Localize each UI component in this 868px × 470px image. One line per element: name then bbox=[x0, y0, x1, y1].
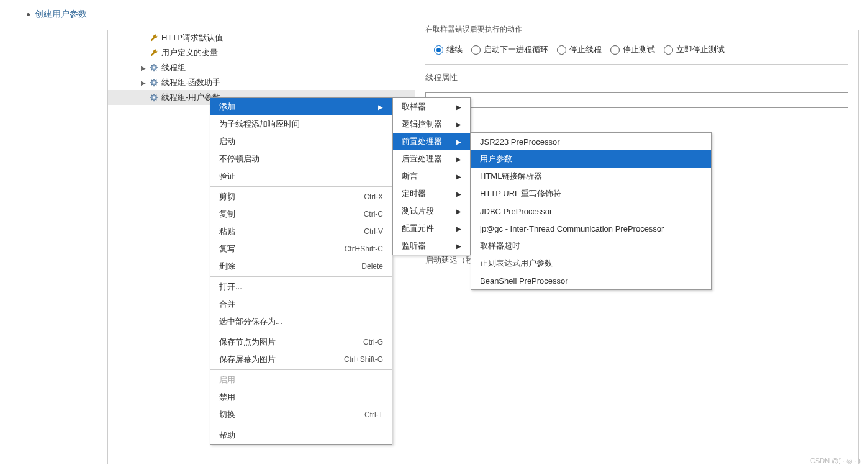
tree-label: 线程组-函数助手 bbox=[161, 77, 220, 88]
context-menu-item-0[interactable]: 添加▶ bbox=[210, 98, 392, 115]
radio-icon bbox=[664, 45, 673, 55]
radio-option-1[interactable]: 启动下一进程循环 bbox=[471, 44, 548, 55]
preproc-submenu-item-0[interactable]: JSR223 PreProcessor bbox=[471, 133, 711, 150]
context-menu-item-17[interactable]: 保存屏幕为图片Ctrl+Shift-G bbox=[210, 351, 392, 368]
tree-item-3[interactable]: ▶线程组-函数助手 bbox=[108, 75, 415, 90]
menu-item-label: 逻辑控制器 bbox=[402, 119, 442, 130]
menu-item-label: 取样器超时 bbox=[480, 240, 520, 251]
context-menu-item-8[interactable]: 粘贴Ctrl-V bbox=[210, 223, 392, 240]
context-menu-item-13[interactable]: 合并 bbox=[210, 296, 392, 313]
add-submenu-item-3[interactable]: 后置处理器▶ bbox=[393, 150, 470, 168]
preproc-submenu-item-6[interactable]: 取样器超时 bbox=[471, 237, 711, 255]
menu-item-label: 帮助 bbox=[219, 430, 235, 441]
add-submenu-item-8[interactable]: 监听器▶ bbox=[393, 237, 470, 255]
wrench-icon bbox=[149, 33, 159, 43]
radio-option-0[interactable]: 继续 bbox=[434, 44, 463, 55]
submenu-arrow-icon: ▶ bbox=[456, 208, 461, 215]
add-submenu-item-5[interactable]: 定时器▶ bbox=[393, 185, 470, 202]
add-submenu-item-4[interactable]: 断言▶ bbox=[393, 168, 470, 185]
menu-separator bbox=[210, 276, 392, 277]
radio-option-3[interactable]: 停止测试 bbox=[610, 44, 655, 55]
gear-icon bbox=[149, 93, 159, 102]
context-menu-item-4[interactable]: 验证 bbox=[210, 168, 392, 185]
context-menu[interactable]: 添加▶为子线程添加响应时间启动不停顿启动验证剪切Ctrl-X复制Ctrl-C粘贴… bbox=[210, 97, 392, 445]
menu-item-label: 用户参数 bbox=[480, 153, 512, 165]
menu-item-label: 打开... bbox=[219, 281, 242, 292]
shortcut-label: Ctrl-X bbox=[364, 192, 383, 201]
svg-point-3 bbox=[153, 81, 155, 84]
radio-icon bbox=[610, 45, 620, 55]
submenu-arrow-icon: ▶ bbox=[456, 156, 461, 163]
submenu-arrow-icon: ▶ bbox=[456, 243, 461, 250]
error-action-group: 在取样器错误后要执行的动作 继续启动下一进程循环停止线程停止测试立即停止测试 bbox=[425, 35, 848, 65]
svg-point-5 bbox=[153, 96, 155, 99]
expander-icon[interactable]: ▶ bbox=[140, 79, 147, 86]
menu-item-label: 保存节点为图片 bbox=[219, 337, 276, 348]
menu-separator bbox=[210, 332, 392, 332]
radio-label: 停止测试 bbox=[623, 44, 655, 55]
preproc-submenu-item-2[interactable]: HTML链接解析器 bbox=[471, 168, 711, 185]
context-menu-item-7[interactable]: 复制Ctrl-C bbox=[210, 206, 392, 223]
preproc-submenu-item-1[interactable]: 用户参数 bbox=[471, 150, 711, 168]
context-menu-item-3[interactable]: 不停顿启动 bbox=[210, 150, 392, 168]
context-menu-item-12[interactable]: 打开... bbox=[210, 278, 392, 296]
context-menu-item-2[interactable]: 启动 bbox=[210, 133, 392, 150]
preproc-submenu-item-7[interactable]: 正则表达式用户参数 bbox=[471, 255, 711, 272]
context-menu-item-1[interactable]: 为子线程添加响应时间 bbox=[210, 115, 392, 133]
shortcut-label: Ctrl+Shift-C bbox=[345, 245, 383, 253]
context-menu-item-14[interactable]: 选中部分保存为... bbox=[210, 313, 392, 330]
group-title: 在取样器错误后要执行的动作 bbox=[425, 24, 522, 35]
context-menu-item-6[interactable]: 剪切Ctrl-X bbox=[210, 188, 392, 206]
shortcut-label: Delete bbox=[361, 262, 383, 271]
menu-item-label: 添加 bbox=[219, 101, 235, 112]
add-submenu-item-2[interactable]: 前置处理器▶ bbox=[393, 133, 470, 150]
menu-item-label: 删除 bbox=[219, 261, 235, 272]
menu-item-label: 切换 bbox=[219, 409, 235, 420]
radio-row: 继续启动下一进程循环停止线程停止测试立即停止测试 bbox=[434, 44, 839, 55]
menu-item-label: 后置处理器 bbox=[402, 153, 442, 165]
add-submenu-item-0[interactable]: 取样器▶ bbox=[393, 98, 470, 115]
radio-option-4[interactable]: 立即停止测试 bbox=[664, 44, 725, 55]
tree-item-0[interactable]: HTTP请求默认值 bbox=[108, 30, 415, 45]
svg-point-1 bbox=[153, 66, 155, 69]
preproc-submenu-item-3[interactable]: HTTP URL 重写修饰符 bbox=[471, 185, 711, 202]
preproc-submenu-item-4[interactable]: JDBC PreProcessor bbox=[471, 202, 711, 220]
context-menu-item-20[interactable]: 禁用 bbox=[210, 389, 392, 406]
wrench-icon bbox=[149, 48, 159, 58]
submenu-arrow-icon: ▶ bbox=[456, 225, 461, 232]
tree-item-1[interactable]: 用户定义的变量 bbox=[108, 45, 415, 60]
menu-item-label: 复写 bbox=[219, 243, 235, 255]
radio-option-2[interactable]: 停止线程 bbox=[557, 44, 602, 55]
thread-count-input[interactable] bbox=[425, 92, 848, 108]
context-menu-item-21[interactable]: 切换Ctrl-T bbox=[210, 406, 392, 423]
shortcut-label: Ctrl-V bbox=[364, 227, 383, 236]
add-submenu-item-1[interactable]: 逻辑控制器▶ bbox=[393, 115, 470, 133]
expander-icon[interactable]: ▶ bbox=[140, 65, 147, 71]
menu-item-label: HTTP URL 重写修饰符 bbox=[480, 188, 561, 199]
menu-item-label: 剪切 bbox=[219, 191, 235, 202]
add-submenu[interactable]: 取样器▶逻辑控制器▶前置处理器▶后置处理器▶断言▶定时器▶测试片段▶配置元件▶监… bbox=[392, 97, 471, 255]
tree-item-2[interactable]: ▶线程组 bbox=[108, 60, 415, 75]
menu-item-label: 复制 bbox=[219, 209, 235, 220]
bullet-text: 创建用户参数 bbox=[35, 9, 87, 20]
add-submenu-item-6[interactable]: 测试片段▶ bbox=[393, 202, 470, 220]
menu-item-label: 合并 bbox=[219, 299, 235, 310]
radio-icon bbox=[471, 45, 481, 55]
context-menu-item-16[interactable]: 保存节点为图片Ctrl-G bbox=[210, 333, 392, 351]
gear-icon bbox=[149, 78, 159, 88]
radio-label: 停止线程 bbox=[569, 44, 602, 55]
context-menu-item-10[interactable]: 删除Delete bbox=[210, 258, 392, 275]
article-bullet: 创建用户参数 bbox=[27, 9, 87, 20]
preprocessor-submenu[interactable]: JSR223 PreProcessor用户参数HTML链接解析器HTTP URL… bbox=[471, 132, 712, 290]
menu-item-label: 配置元件 bbox=[402, 223, 434, 234]
shortcut-label: Ctrl+Shift-G bbox=[344, 355, 383, 364]
preproc-submenu-item-8[interactable]: BeanShell PreProcessor bbox=[471, 272, 711, 289]
context-menu-item-9[interactable]: 复写Ctrl+Shift-C bbox=[210, 240, 392, 258]
thread-count-row bbox=[425, 92, 848, 108]
add-submenu-item-7[interactable]: 配置元件▶ bbox=[393, 220, 470, 237]
tree-label: HTTP请求默认值 bbox=[161, 32, 223, 43]
context-menu-item-23[interactable]: 帮助 bbox=[210, 427, 392, 444]
preproc-submenu-item-5[interactable]: jp@gc - Inter-Thread Communication PrePr… bbox=[471, 220, 711, 237]
watermark: CSDN @( · ◎ · ) bbox=[810, 457, 861, 465]
menu-item-label: 禁用 bbox=[219, 392, 235, 403]
